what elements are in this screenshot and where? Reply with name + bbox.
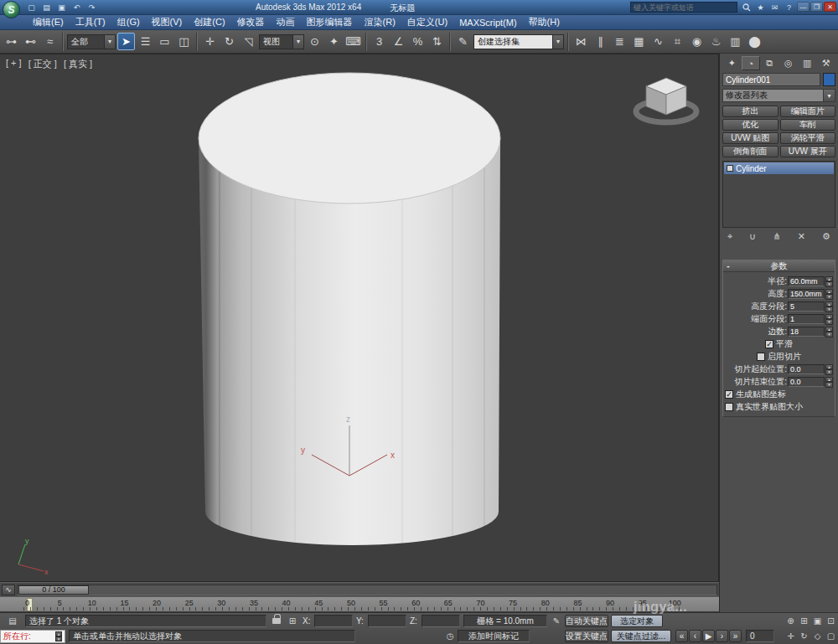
menu-item-graph-editors[interactable]: 图形编辑器 <box>301 15 359 29</box>
spinner-down-icon[interactable]: ▾ <box>825 281 833 287</box>
menu-item-maxscript[interactable]: MAXScript(M) <box>453 15 522 29</box>
y-coordinate-field[interactable] <box>368 615 406 627</box>
modifier-button-lathe[interactable]: 车削 <box>780 119 836 131</box>
modify-tab-button[interactable]: ◔ <box>742 56 761 70</box>
select-and-manipulate-button[interactable]: ✦ <box>325 33 343 50</box>
menu-item-animation[interactable]: 动画 <box>271 15 301 29</box>
menu-item-tools[interactable]: 工具(T) <box>70 15 111 29</box>
sides-spinner[interactable]: ▴▾ <box>825 327 833 337</box>
height-spinner[interactable]: ▴▾ <box>825 289 833 300</box>
selection-lock-icon[interactable] <box>270 613 283 626</box>
select-and-link-button[interactable]: ⊶ <box>3 33 20 50</box>
modifier-button-bevel-profile[interactable]: 倒角剖面 <box>722 146 779 157</box>
render-production-button[interactable]: ⬤ <box>746 33 763 50</box>
hierarchy-tab-button[interactable]: ⧉ <box>760 56 779 70</box>
go-to-start-button[interactable]: « <box>675 630 688 642</box>
modifier-button-edit-patch[interactable]: 编辑面片 <box>780 106 836 117</box>
open-file-icon[interactable]: ▤ <box>40 2 53 13</box>
height-field[interactable]: 150.0mm <box>788 289 825 299</box>
select-and-move-button[interactable]: ✛ <box>201 33 219 50</box>
spinner-down-icon[interactable]: ▾ <box>55 636 62 641</box>
selection-region-button[interactable]: ▭ <box>156 33 173 50</box>
slice-to-spinner[interactable]: ▴▾ <box>825 377 833 388</box>
utilities-tab-button[interactable]: ⚒ <box>817 56 836 70</box>
layer-manager-button[interactable]: ≣ <box>611 33 628 50</box>
angle-snap-button[interactable]: ∠ <box>390 33 407 50</box>
menu-item-create[interactable]: 创建(C) <box>188 15 230 29</box>
modifier-list-dropdown[interactable]: 修改器列表 ▾ <box>722 89 835 102</box>
redo-icon[interactable]: ↷ <box>85 2 98 13</box>
menu-item-edit[interactable]: 编辑(E) <box>27 15 70 29</box>
x-coordinate-field[interactable] <box>314 615 353 627</box>
schematic-view-button[interactable]: ⌗ <box>669 33 686 50</box>
generate-mapping-coords-checkbox[interactable]: ✓ <box>725 390 733 399</box>
modifier-button-optimize[interactable]: 优化 <box>722 119 779 131</box>
modifier-stack[interactable]: Cylinder <box>722 161 835 228</box>
set-key-button[interactable]: 设置关键点 <box>565 630 608 642</box>
field-of-view-icon[interactable]: ◇ <box>811 630 824 642</box>
z-coordinate-field[interactable] <box>422 615 460 627</box>
add-time-tag-button[interactable]: 添加时间标记 <box>458 630 530 642</box>
help-icon[interactable]: ? <box>784 2 794 13</box>
new-scene-icon[interactable]: ▢ <box>25 2 38 13</box>
parameters-rollout-header[interactable]: - 参数 <box>723 260 835 272</box>
display-tab-button[interactable]: ▥ <box>798 56 817 70</box>
zoom-extents-icon[interactable]: ▣ <box>811 615 824 627</box>
absolute-mode-icon[interactable]: ⊞ <box>286 615 299 627</box>
spinner-down-icon[interactable]: ▾ <box>825 382 833 388</box>
slice-from-spinner[interactable]: ▴▾ <box>825 364 833 375</box>
slice-from-field[interactable]: 0.0 <box>788 364 825 374</box>
time-slider-handle[interactable]: 0 / 100 <box>18 585 89 595</box>
zoom-icon[interactable]: ⊕ <box>784 615 797 627</box>
viewcube[interactable] <box>628 73 705 126</box>
viewport-general-menu[interactable]: [ + ] <box>6 58 22 70</box>
motion-tab-button[interactable]: ◎ <box>779 56 799 70</box>
object-name-field[interactable]: Cylinder001 <box>722 73 820 86</box>
keyboard-override-button[interactable]: ⌨ <box>344 33 362 50</box>
cap-segments-field[interactable]: 1 <box>788 314 825 324</box>
track-bar[interactable]: 0 5 10 15 20 25 30 35 40 45 50 55 60 65 … <box>0 596 719 612</box>
modifier-button-unwrap-uvw[interactable]: UVW 展开 <box>780 146 836 157</box>
open-mini-curve-editor-button[interactable]: ∿ <box>2 585 15 595</box>
viewport-pov-menu[interactable]: [ 正交 ] <box>28 58 57 70</box>
modifier-button-extrude[interactable]: 挤出 <box>722 106 779 117</box>
zoom-all-icon[interactable]: ⊞ <box>798 615 810 627</box>
use-pivot-center-button[interactable]: ⊙ <box>306 33 323 50</box>
save-file-icon[interactable]: ▣ <box>55 2 68 13</box>
menu-item-help[interactable]: 帮助(H) <box>523 15 566 29</box>
viewport-shading-menu[interactable]: [ 真实 ] <box>64 58 92 70</box>
time-slider[interactable]: ∿ 0 / 100 <box>0 582 719 596</box>
slice-on-checkbox[interactable] <box>757 353 765 361</box>
viewport[interactable]: z y x [ + ] [ 正交 ] [ 真实 ] x y <box>0 54 719 582</box>
orbit-icon[interactable]: ↻ <box>798 630 810 642</box>
select-and-scale-button[interactable]: ◹ <box>240 33 257 50</box>
graphite-ribbon-button[interactable]: ▦ <box>630 33 648 50</box>
minimize-button[interactable]: — <box>797 2 810 12</box>
pan-icon[interactable]: ✛ <box>784 630 797 642</box>
curve-editor-button[interactable]: ∿ <box>649 33 667 50</box>
go-to-end-button[interactable]: » <box>729 630 742 642</box>
infocenter-search-input[interactable] <box>630 2 737 13</box>
favorites-star-icon[interactable]: ★ <box>755 2 766 13</box>
material-editor-button[interactable]: ◉ <box>688 33 706 50</box>
status-panel-icon[interactable]: ▤ <box>3 615 22 627</box>
cap-segments-spinner[interactable]: ▴▾ <box>825 314 833 325</box>
spinner-down-icon[interactable]: ▾ <box>825 294 833 300</box>
percent-snap-button[interactable]: % <box>409 33 427 50</box>
close-button[interactable]: ✕ <box>824 2 836 12</box>
radius-field[interactable]: 60.0mm <box>788 276 825 286</box>
mirror-button[interactable]: ⋈ <box>572 33 590 50</box>
unlink-selection-button[interactable]: ⊷ <box>22 33 39 50</box>
menu-item-customize[interactable]: 自定义(U) <box>401 15 453 29</box>
key-filters-button[interactable]: 关键点过滤... <box>611 630 671 642</box>
spinner-down-icon[interactable]: ▾ <box>825 319 833 325</box>
show-end-result-button[interactable]: ∪ <box>749 231 756 242</box>
auto-key-button[interactable]: 自动关键点 <box>565 615 608 627</box>
maxscript-mini-listener[interactable]: 所在行:▴▾ <box>0 630 65 643</box>
listener-spinner[interactable]: ▴▾ <box>55 631 62 641</box>
previous-frame-button[interactable]: ‹ <box>689 630 701 642</box>
select-by-name-button[interactable]: ☰ <box>137 33 154 50</box>
maximize-button[interactable]: ❐ <box>810 2 823 12</box>
menu-item-modifiers[interactable]: 修改器 <box>231 15 271 29</box>
play-button[interactable]: ▶ <box>702 630 715 642</box>
